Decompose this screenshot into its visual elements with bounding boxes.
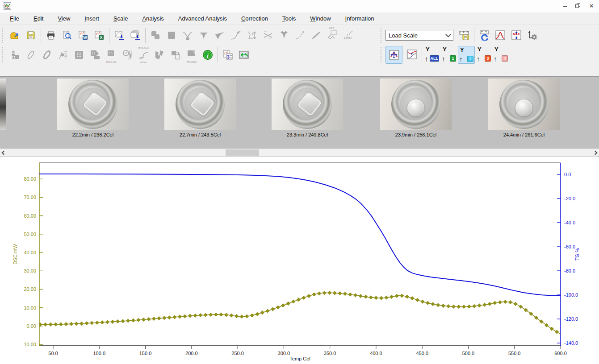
clip-curves-icon[interactable]: [151, 46, 168, 63]
inflection-icon[interactable]: [292, 27, 308, 44]
title-bar: ×: [0, 0, 599, 12]
right-axis-tick-label: -80.0: [564, 268, 575, 273]
scroll-left-arrow[interactable]: [0, 149, 8, 156]
filmstrip-scrollbar[interactable]: [0, 149, 599, 157]
loop-thin-icon[interactable]: [23, 46, 39, 63]
menu-edit[interactable]: Edit: [26, 14, 50, 23]
move-curve-icon[interactable]: [385, 46, 402, 64]
display-image-icon[interactable]: [236, 46, 252, 63]
left-axis-tick-label: 20.00: [24, 286, 36, 292]
menu-scale[interactable]: Scale: [106, 14, 135, 23]
sample-pan: [68, 80, 117, 129]
export-excel-icon[interactable]: X: [91, 27, 107, 44]
menu-tools[interactable]: Tools: [275, 14, 303, 23]
loop-bold-icon[interactable]: [39, 46, 55, 63]
right-axis-tick-label: -20.0: [564, 196, 575, 201]
print-icon[interactable]: [43, 27, 59, 44]
x-axis-title: Temp Cel: [289, 356, 310, 361]
sample-material: [190, 91, 215, 116]
right-axis-title: TG %: [574, 248, 580, 261]
right-arrow-icon: [593, 150, 598, 155]
sample-frame[interactable]: 24.4min / 261.6Cel: [488, 77, 560, 141]
smoothing-icon[interactable]: [308, 27, 324, 44]
menu-information[interactable]: Information: [338, 14, 381, 23]
y-axis-3-button[interactable]: Y↑3: [476, 46, 492, 63]
save-file-icon[interactable]: [23, 27, 39, 44]
measurement-list-icon[interactable]: [220, 46, 236, 63]
default-scale-icon[interactable]: [492, 27, 508, 44]
menu-insert[interactable]: Insert: [77, 14, 106, 23]
y-label: Y: [426, 46, 430, 53]
y-axis-badge: 4: [502, 55, 508, 62]
scale-toolbar: Load Scale MAX: [379, 25, 540, 45]
minimize-button[interactable]: [560, 2, 570, 9]
tm-dsc-icon[interactable]: TM-DSC: [184, 46, 200, 63]
y-axis-all-button[interactable]: Y↑ALL: [424, 46, 440, 63]
export-curve-image-icon[interactable]: [111, 27, 127, 44]
scroll-right-arrow[interactable]: [591, 149, 599, 156]
print-preview-icon[interactable]: [59, 27, 75, 44]
sample-frame[interactable]: 23.3min / 249.8Cel: [272, 77, 343, 141]
peak-top-icon[interactable]: [276, 27, 292, 44]
peak-height-icon[interactable]: Y: [244, 27, 260, 44]
image-analysis-icon[interactable]: [87, 46, 103, 63]
y-axis-1-button[interactable]: Y↑1: [441, 46, 457, 63]
menu-advanced-analysis[interactable]: Advanced Analysis: [171, 14, 234, 23]
toolbar-grip: [2, 47, 4, 62]
left-axis-tick-label: 80.00: [24, 176, 36, 182]
menu-file[interactable]: File: [3, 14, 26, 23]
peak-baseline-icon[interactable]: [180, 27, 196, 44]
pan-interior: [508, 87, 540, 120]
sample-controller-icon[interactable]: [7, 46, 23, 63]
frame-caption: 22.2min / 238.2Cel: [57, 132, 129, 137]
menu-view[interactable]: View: [50, 14, 77, 23]
x-axis-tick-label: 600.0: [554, 351, 567, 356]
app-logo-icon: [4, 2, 11, 10]
dma-delta-e-icon[interactable]: DMA ΔE: [103, 46, 119, 63]
dot-matrix-icon[interactable]: [71, 46, 87, 63]
save-scale-icon[interactable]: [456, 27, 472, 44]
frame-caption: 22.7min / 243.5Cel: [164, 132, 236, 137]
intersection-icon[interactable]: [260, 27, 276, 44]
load-scale-select[interactable]: Load Scale: [385, 30, 453, 41]
tg-curve: [39, 174, 561, 296]
partial-frame-image[interactable]: [0, 79, 6, 130]
copy-shift-icon[interactable]: [168, 46, 184, 63]
left-axis-tick-label: 40.00: [24, 250, 36, 255]
master-curve-icon[interactable]: curveMASTER: [135, 46, 151, 63]
onset-icon[interactable]: [228, 27, 244, 44]
probe-adjust-icon[interactable]: [55, 46, 71, 63]
undo-scale-icon[interactable]: [476, 27, 492, 44]
information-icon[interactable]: i: [200, 46, 216, 63]
export-all-curve-images-icon[interactable]: [127, 27, 143, 44]
left-axis-tick-label: 70.00: [24, 194, 36, 200]
scrollbar-thumb[interactable]: [226, 149, 259, 156]
restore-button[interactable]: [573, 2, 583, 9]
y-axis-2-button[interactable]: Y↑2: [458, 46, 475, 64]
sample-material: [83, 91, 108, 116]
export-word-icon[interactable]: W: [75, 27, 91, 44]
menu-window[interactable]: Window: [303, 14, 338, 23]
thermal-analysis-chart: 80.0070.0060.0050.0040.0030.0020.0010.00…: [0, 157, 599, 364]
toolbar-grip: [381, 28, 383, 43]
time-range-icon[interactable]: t: [340, 27, 356, 44]
close-button[interactable]: ×: [586, 2, 596, 9]
x-axis-tick-label: 100.0: [93, 351, 105, 356]
menu-correction[interactable]: Correction: [234, 14, 275, 23]
overlay-curves-icon[interactable]: [147, 27, 163, 44]
sample-frame[interactable]: 23.9min / 256.1Cel: [380, 77, 452, 141]
tile-curves-icon[interactable]: [163, 27, 180, 44]
y-axis-4-button[interactable]: Y↑4: [493, 46, 509, 63]
shift-curve-icon[interactable]: [404, 46, 420, 63]
crucible-photo: [380, 79, 452, 130]
open-file-icon[interactable]: [7, 27, 23, 44]
scale-settings-icon[interactable]: [524, 27, 540, 44]
sample-frame[interactable]: 22.7min / 243.5Cel: [164, 77, 236, 141]
gauge-thermometer-icon[interactable]: [119, 46, 135, 63]
menu-analysis[interactable]: Analysis: [135, 14, 171, 23]
annotation-icon[interactable]: ABC_: [324, 27, 340, 44]
peak-area-icon[interactable]: [196, 27, 212, 44]
max-scale-icon[interactable]: MAX: [508, 27, 524, 44]
sample-frame[interactable]: 22.2min / 238.2Cel: [57, 77, 129, 141]
partial-peak-area-icon[interactable]: [212, 27, 228, 44]
